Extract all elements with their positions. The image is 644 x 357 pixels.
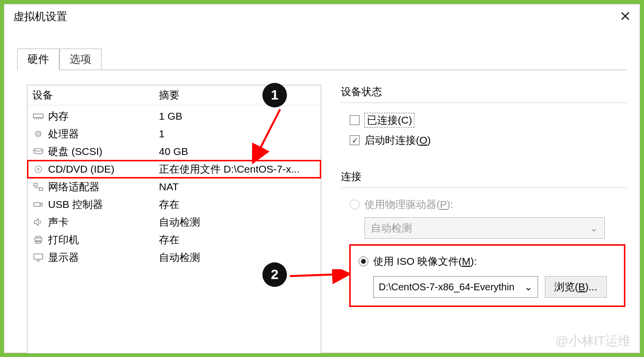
device-table-body: 内存1 GB处理器1硬盘 (SCSI)40 GBCD/DVD (IDE)正在使用… bbox=[27, 105, 321, 353]
device-row[interactable]: 处理器1 bbox=[27, 125, 321, 143]
device-summary: 正在使用文件 D:\CentOS-7-x... bbox=[159, 162, 316, 176]
cd-icon bbox=[32, 164, 44, 174]
device-name: 内存 bbox=[48, 109, 69, 123]
content-area: 设备 摘要 内存1 GB处理器1硬盘 (SCSI)40 GBCD/DVD (ID… bbox=[4, 70, 640, 354]
cpu-icon bbox=[32, 129, 44, 139]
device-summary: 自动检测 bbox=[159, 251, 316, 264]
display-icon bbox=[32, 253, 44, 262]
connect-at-poweron-label: 启动时连接(O) bbox=[364, 133, 431, 147]
connected-checkbox-row[interactable]: 已连接(C) bbox=[350, 110, 625, 130]
close-icon[interactable]: ✕ bbox=[619, 10, 631, 24]
device-table: 设备 摘要 内存1 GB处理器1硬盘 (SCSI)40 GBCD/DVD (ID… bbox=[27, 85, 321, 354]
disk-icon bbox=[32, 147, 44, 156]
col-summary: 摘要 bbox=[159, 88, 180, 102]
device-name: CD/DVD (IDE) bbox=[48, 163, 114, 175]
device-name: 显示器 bbox=[48, 251, 79, 264]
tab-row: 硬件 选项 bbox=[4, 49, 640, 70]
svg-point-13 bbox=[35, 166, 42, 173]
svg-point-14 bbox=[37, 168, 39, 170]
device-name: USB 控制器 bbox=[48, 198, 103, 211]
device-row[interactable]: 声卡自动检测 bbox=[27, 213, 321, 231]
device-name: 声卡 bbox=[48, 215, 69, 229]
printer-icon bbox=[32, 235, 44, 245]
usb-icon bbox=[32, 200, 44, 209]
window-title: 虚拟机设置 bbox=[13, 9, 67, 24]
chevron-down-icon: ⌄ bbox=[524, 281, 533, 293]
svg-rect-21 bbox=[36, 241, 41, 243]
checkbox-icon bbox=[350, 115, 360, 125]
connection-label: 连接 bbox=[341, 170, 627, 183]
device-row[interactable]: 硬盘 (SCSI)40 GB bbox=[27, 143, 321, 160]
device-name: 网络适配器 bbox=[48, 180, 100, 194]
svg-rect-15 bbox=[34, 183, 37, 186]
svg-point-12 bbox=[34, 149, 43, 152]
titlebar: 虚拟机设置 ✕ bbox=[4, 4, 640, 29]
svg-rect-17 bbox=[34, 203, 40, 206]
device-status-group: 已连接(C) 启动时连接(O) bbox=[341, 102, 627, 159]
device-summary: 40 GB bbox=[159, 146, 316, 157]
browse-button[interactable]: 浏览(B)... bbox=[545, 276, 607, 298]
net-icon bbox=[32, 182, 44, 192]
use-physical-label: 使用物理驱动器(P): bbox=[364, 198, 453, 211]
device-name: 硬盘 (SCSI) bbox=[48, 145, 103, 158]
device-row[interactable]: CD/DVD (IDE)正在使用文件 D:\CentOS-7-x... bbox=[27, 160, 321, 178]
device-summary: 存在 bbox=[159, 198, 316, 211]
svg-rect-0 bbox=[33, 114, 43, 117]
use-iso-radio[interactable]: 使用 ISO 映像文件(M): bbox=[359, 252, 618, 271]
device-row[interactable]: 打印机存在 bbox=[27, 231, 321, 249]
col-device: 设备 bbox=[32, 88, 159, 102]
checkbox-checked-icon bbox=[350, 135, 360, 145]
settings-window: 虚拟机设置 ✕ 硬件 选项 设备 摘要 内存1 GB处理器1硬盘 (SCSI)4… bbox=[4, 4, 640, 353]
device-summary: NAT bbox=[159, 181, 316, 193]
sound-icon bbox=[32, 217, 44, 227]
device-name: 打印机 bbox=[48, 233, 79, 247]
use-physical-radio[interactable]: 使用物理驱动器(P): bbox=[350, 195, 625, 214]
watermark: @小林IT运维 bbox=[556, 332, 631, 350]
svg-rect-16 bbox=[39, 188, 43, 190]
callout-1: 1 bbox=[262, 83, 287, 107]
device-panel: 设备 摘要 内存1 GB处理器1硬盘 (SCSI)40 GBCD/DVD (ID… bbox=[27, 85, 321, 354]
radio-icon bbox=[350, 200, 360, 209]
device-summary: 1 bbox=[159, 128, 316, 140]
device-row[interactable]: 网络适配器NAT bbox=[27, 178, 321, 196]
connection-group: 使用物理驱动器(P): 自动检测 ⌄ 使用 ISO 映像文件(M): D:\Ce… bbox=[341, 187, 627, 306]
radio-checked-icon bbox=[359, 256, 368, 266]
svg-rect-20 bbox=[36, 236, 41, 238]
chevron-down-icon: ⌄ bbox=[590, 222, 598, 234]
device-summary: 自动检测 bbox=[159, 215, 316, 229]
use-iso-label: 使用 ISO 映像文件(M): bbox=[373, 255, 477, 268]
physical-drive-select: 自动检测 ⌄ bbox=[364, 217, 605, 239]
callout-2: 2 bbox=[262, 262, 287, 287]
iso-path-combo[interactable]: D:\CentOS-7-x86_64-Everythin ⌄ bbox=[373, 276, 538, 298]
autodetect-text: 自动检测 bbox=[371, 221, 412, 235]
right-panel: 设备状态 已连接(C) 启动时连接(O) 连接 使用物理驱动器(P): bbox=[341, 85, 627, 354]
svg-rect-7 bbox=[37, 133, 40, 135]
tab-hardware[interactable]: 硬件 bbox=[17, 49, 59, 70]
iso-group: 使用 ISO 映像文件(M): D:\CentOS-7-x86_64-Every… bbox=[350, 245, 625, 306]
memory-icon bbox=[32, 111, 44, 121]
device-summary: 1 GB bbox=[159, 110, 316, 122]
device-summary: 存在 bbox=[159, 233, 316, 247]
device-name: 处理器 bbox=[48, 127, 79, 141]
svg-rect-22 bbox=[34, 254, 43, 259]
device-row[interactable]: 内存1 GB bbox=[27, 107, 321, 125]
device-status-label: 设备状态 bbox=[341, 85, 627, 99]
svg-rect-6 bbox=[36, 132, 41, 136]
connected-label: 已连接(C) bbox=[364, 113, 414, 128]
iso-path-text: D:\CentOS-7-x86_64-Everythin bbox=[379, 281, 515, 293]
svg-rect-18 bbox=[40, 203, 43, 206]
connect-at-poweron-row[interactable]: 启动时连接(O) bbox=[350, 130, 625, 150]
tab-options[interactable]: 选项 bbox=[59, 49, 102, 70]
device-row[interactable]: USB 控制器存在 bbox=[27, 196, 321, 213]
